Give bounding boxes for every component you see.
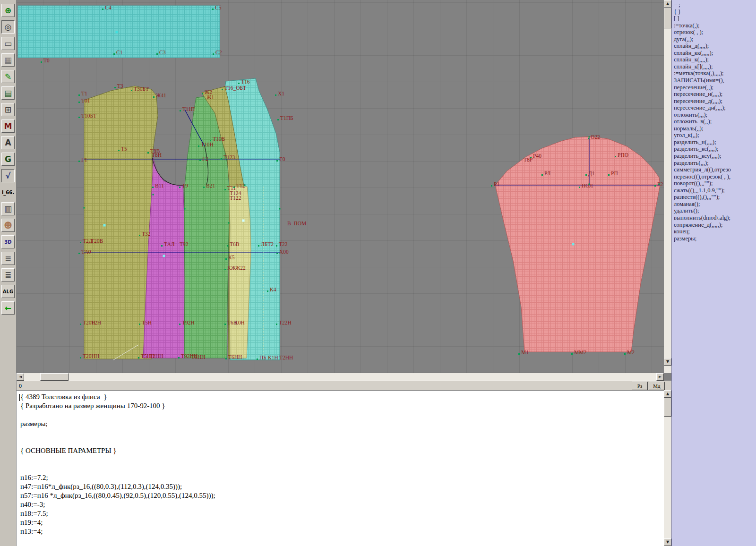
editor-vscroll-thumb[interactable] bbox=[664, 398, 671, 417]
editor-scroll-up-icon[interactable]: ▲ bbox=[664, 390, 671, 398]
function-item[interactable]: ломаная(); bbox=[672, 201, 756, 208]
editor-line[interactable]: п18:=7.5; bbox=[20, 510, 664, 519]
pattern-point-label: Р40 bbox=[533, 153, 541, 159]
function-item[interactable]: :=точка(,); bbox=[672, 22, 756, 29]
function-item[interactable]: сплайн_кк(,,,,,); bbox=[672, 50, 756, 57]
function-item[interactable]: пересечение(,,); bbox=[672, 84, 756, 91]
function-item[interactable]: пересечение_д(,,,,); bbox=[672, 98, 756, 105]
rz-button[interactable]: Рз bbox=[632, 382, 648, 390]
editor-line[interactable]: п19:=4; bbox=[20, 519, 664, 528]
function-item[interactable]: пересечение_дн(,,,,); bbox=[672, 104, 756, 111]
editor-line[interactable]: { 4389 Толстовка из флиса } bbox=[20, 393, 664, 402]
zoom-tool-icon[interactable]: ◎ bbox=[1, 20, 15, 34]
function-item[interactable]: сплайн_к(,,,,); bbox=[672, 56, 756, 63]
alg-icon[interactable]: ALG bbox=[1, 285, 15, 298]
function-item[interactable]: развести((),(),,,""); bbox=[672, 194, 756, 201]
pattern-point-label: Т3 bbox=[117, 83, 123, 89]
function-item[interactable]: разделить_н(,,,,); bbox=[672, 139, 756, 146]
canvas-vscrollbar[interactable]: ▲ ▼ bbox=[664, 0, 671, 373]
md-button[interactable]: Мд bbox=[649, 382, 665, 390]
editor-line[interactable] bbox=[20, 411, 664, 420]
function-item[interactable]: = ; bbox=[672, 1, 756, 9]
measure-icon[interactable]: ▭ bbox=[1, 37, 15, 50]
canvas-point-marker bbox=[116, 31, 118, 34]
function-item[interactable]: отложить_в(,,); bbox=[672, 118, 756, 125]
editor-line[interactable]: п57:=п16 *л_фнк(рз_16,((80,0.45),(92,0.5… bbox=[20, 492, 664, 501]
function-item[interactable]: ЗАПИСАТЬ(имя=(), bbox=[672, 77, 756, 84]
function-item[interactable]: сплайн_к[](,,,,); bbox=[672, 63, 756, 70]
table-icon[interactable]: ▥ bbox=[1, 202, 15, 215]
function-item[interactable]: выполнить(dmod\.alg); bbox=[672, 214, 756, 222]
layers-icon[interactable]: ≡ bbox=[1, 252, 15, 265]
function-item[interactable]: размеры; bbox=[672, 235, 756, 242]
editor-line[interactable] bbox=[20, 438, 664, 447]
photo-icon[interactable]: ☻ bbox=[1, 219, 15, 232]
notes-icon[interactable]: ▤ bbox=[1, 86, 15, 100]
editor-vscrollbar[interactable]: ▲ ▼ bbox=[664, 390, 671, 546]
editor-line[interactable]: п16:=7.2; bbox=[20, 474, 664, 483]
strip-piece-yellow[interactable] bbox=[229, 187, 251, 358]
function-item[interactable]: разделить_ксу(,,,,); bbox=[672, 153, 756, 160]
function-item[interactable]: дуга(,,); bbox=[672, 36, 756, 43]
function-item[interactable]: нормаль(,,); bbox=[672, 125, 756, 132]
text-measure-icon[interactable]: A bbox=[1, 136, 15, 149]
canvas-scroll-down-icon[interactable]: ▼ bbox=[664, 358, 671, 366]
function-item[interactable]: [ ] bbox=[672, 15, 756, 22]
editor-line[interactable]: п47:=п16*л_фнк(рз_16,((80,0.3),(112,0.3)… bbox=[20, 483, 664, 492]
function-item[interactable]: поворот((),,,""); bbox=[672, 180, 756, 187]
function-item[interactable]: отрезок( , ); bbox=[672, 29, 756, 36]
canvas-scroll-right-icon[interactable]: ► bbox=[656, 373, 664, 381]
function-item[interactable]: угол_к(,,); bbox=[672, 132, 756, 139]
function-item[interactable]: перенос((),отрезок( , ), bbox=[672, 173, 756, 180]
function-item[interactable]: разделить(,,,); bbox=[672, 160, 756, 167]
stack-icon[interactable]: ≣ bbox=[1, 268, 15, 282]
abc-3d-icon[interactable]: 3D bbox=[1, 235, 15, 248]
editor-line[interactable]: п13:=4; bbox=[20, 528, 664, 537]
editor-scroll-down-icon[interactable]: ▼ bbox=[664, 538, 671, 546]
editor-line[interactable] bbox=[20, 456, 664, 465]
editor-line[interactable]: размеры; bbox=[20, 420, 664, 429]
drawing-canvas[interactable]: С4С5С1С3С2Т0Т1Т3Т30БТЖ41Ж2Ж1Т16_ОБТТ16Х1… bbox=[17, 0, 664, 373]
function-item[interactable]: :=метка(точка(,),,,,); bbox=[672, 70, 756, 77]
function-item[interactable]: разделить_кс(,,,,); bbox=[672, 145, 756, 153]
pattern-point-marker bbox=[654, 185, 656, 187]
pattern-point-marker bbox=[147, 152, 149, 154]
editor-line[interactable]: { Разработано на размер женщины 170-92-1… bbox=[20, 402, 664, 411]
code-editor[interactable]: { 4389 Толстовка из флиса }{ Разработано… bbox=[17, 390, 664, 546]
editor-line[interactable] bbox=[20, 465, 664, 474]
editor-line[interactable]: { ОСНОВНЫЕ ПАРАМЕТРЫ } bbox=[20, 447, 664, 456]
canvas-scroll-left-icon[interactable]: ◄ bbox=[17, 373, 24, 381]
canvas-point-marker bbox=[163, 255, 165, 257]
function-item[interactable]: сопряжение_д(,,,,,); bbox=[672, 222, 756, 229]
pattern-point-label: О22 bbox=[591, 134, 600, 140]
pattern-point-marker bbox=[152, 187, 154, 188]
back-icon[interactable]: ← bbox=[1, 301, 15, 315]
pattern-point-label: Т22 bbox=[279, 241, 288, 247]
m-tool-icon[interactable]: M bbox=[1, 119, 15, 133]
pattern-point-marker bbox=[571, 353, 573, 355]
canvas-hscrollbar[interactable]: ◄ ► bbox=[17, 373, 664, 381]
grid-icon[interactable]: ▦ bbox=[1, 53, 15, 67]
function-item[interactable]: конец; bbox=[672, 228, 756, 235]
function-item[interactable]: удалить(); bbox=[672, 207, 756, 214]
editor-line[interactable]: п40:=-3; bbox=[20, 501, 664, 510]
function-item[interactable]: симметрия_л((),отрезо bbox=[672, 166, 756, 173]
function-item[interactable]: сплайн_д(,,,,); bbox=[672, 43, 756, 50]
canvas-hscroll-thumb[interactable] bbox=[40, 373, 69, 381]
editor-line[interactable] bbox=[20, 429, 664, 438]
g-tool-icon[interactable]: G bbox=[1, 153, 15, 166]
curve-tool-icon[interactable]: √ bbox=[1, 169, 15, 182]
pen-icon[interactable]: ✎ bbox=[1, 70, 15, 83]
g-tool-icon-glyph: G bbox=[5, 154, 11, 164]
pattern-point-marker bbox=[179, 324, 180, 325]
canvas-scroll-up-icon[interactable]: ▲ bbox=[664, 0, 671, 8]
canvas-vscroll-thumb[interactable] bbox=[664, 8, 671, 28]
pattern-point-marker bbox=[161, 245, 163, 247]
calculator-icon[interactable]: ⊞ bbox=[1, 103, 15, 116]
function-item[interactable]: отложить(,,,); bbox=[672, 111, 756, 119]
function-item[interactable]: сжать((),,,1.1,0.9,""); bbox=[672, 187, 756, 194]
sleeve-piece[interactable] bbox=[495, 136, 660, 352]
function-item[interactable]: { } bbox=[672, 9, 756, 16]
zoom-in-icon[interactable]: ⊕ bbox=[1, 4, 15, 17]
function-item[interactable]: пересечение_н(,,,,); bbox=[672, 91, 756, 98]
